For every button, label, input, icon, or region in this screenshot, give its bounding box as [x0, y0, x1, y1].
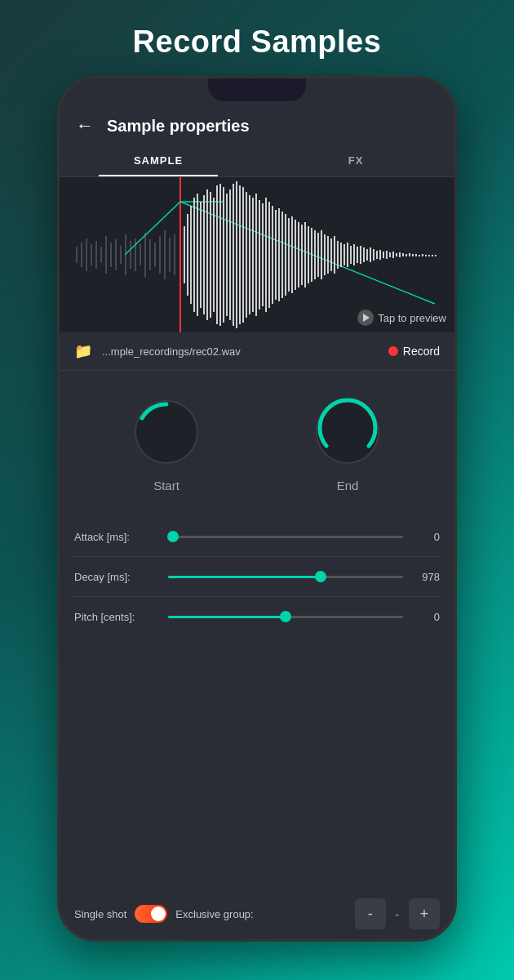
svg-rect-98: [415, 254, 417, 256]
svg-rect-38: [219, 184, 221, 326]
svg-rect-64: [304, 222, 306, 287]
svg-rect-72: [330, 238, 332, 271]
svg-rect-31: [197, 194, 198, 316]
svg-rect-23: [159, 236, 161, 274]
svg-rect-67: [314, 230, 316, 279]
single-shot-toggle[interactable]: [135, 905, 167, 923]
svg-rect-51: [262, 203, 264, 306]
end-knob[interactable]: [311, 395, 384, 469]
svg-rect-97: [412, 254, 414, 256]
decay-value: 978: [411, 571, 440, 583]
svg-rect-37: [216, 185, 218, 324]
svg-rect-90: [389, 252, 391, 257]
svg-rect-28: [187, 214, 188, 296]
svg-rect-102: [428, 255, 430, 256]
svg-rect-69: [321, 230, 322, 279]
svg-rect-42: [233, 184, 234, 326]
svg-rect-83: [366, 249, 368, 261]
svg-rect-86: [376, 251, 378, 259]
plus-button[interactable]: +: [409, 898, 440, 929]
svg-rect-61: [295, 220, 296, 290]
svg-rect-53: [268, 202, 270, 308]
svg-rect-101: [425, 255, 427, 256]
svg-rect-44: [239, 185, 241, 324]
svg-rect-75: [340, 243, 342, 267]
pitch-slider-row: Pitch [cents]: 0: [74, 597, 440, 636]
svg-rect-73: [334, 236, 335, 274]
folder-icon[interactable]: 📁: [74, 342, 92, 360]
svg-rect-26: [174, 234, 175, 275]
svg-rect-20: [144, 233, 146, 277]
svg-rect-32: [200, 202, 202, 308]
svg-rect-87: [379, 250, 381, 260]
file-row: 📁 ...mple_recordings/rec02.wav Record: [60, 332, 454, 371]
svg-rect-57: [281, 212, 283, 298]
svg-rect-36: [213, 198, 215, 312]
svg-rect-50: [259, 200, 260, 310]
svg-rect-70: [324, 234, 326, 275]
svg-rect-79: [353, 244, 355, 265]
svg-rect-34: [206, 189, 208, 320]
record-button[interactable]: Record: [388, 345, 440, 358]
phone-notch: [208, 78, 306, 101]
svg-rect-24: [164, 230, 166, 279]
attack-slider[interactable]: [168, 528, 403, 545]
attack-slider-row: Attack [ms]: 0: [74, 517, 440, 557]
svg-rect-48: [252, 198, 254, 312]
svg-rect-81: [360, 246, 361, 264]
svg-rect-8: [86, 238, 87, 271]
svg-rect-55: [275, 210, 277, 300]
end-knob-wrapper: End: [311, 395, 384, 492]
svg-point-105: [135, 401, 197, 463]
svg-rect-71: [327, 236, 329, 274]
svg-rect-103: [432, 255, 433, 256]
tabs-bar: SAMPLE FX: [60, 145, 454, 177]
svg-rect-58: [285, 214, 286, 296]
svg-rect-29: [190, 206, 192, 304]
svg-rect-35: [210, 192, 211, 318]
end-knob-label: End: [337, 479, 359, 492]
tab-sample[interactable]: SAMPLE: [60, 145, 257, 176]
svg-rect-25: [169, 238, 171, 272]
pitch-slider[interactable]: [168, 608, 403, 625]
phone-screen: ← Sample properties SAMPLE FX: [60, 78, 454, 939]
sliders-area: Attack [ms]: 0 Decay [ms]:: [60, 509, 454, 644]
svg-rect-78: [350, 246, 352, 264]
start-knob[interactable]: [130, 395, 203, 469]
page-title: Record Samples: [133, 24, 382, 60]
decay-label: Decay [ms]:: [74, 571, 160, 583]
svg-rect-7: [81, 243, 82, 267]
svg-rect-104: [435, 255, 436, 256]
waveform-container[interactable]: Tap to preview: [60, 177, 454, 332]
svg-rect-18: [135, 238, 136, 271]
record-dot-icon: [388, 346, 398, 356]
record-label: Record: [403, 345, 440, 358]
svg-rect-56: [278, 208, 280, 301]
svg-rect-40: [226, 194, 228, 316]
single-shot-label: Single shot: [74, 908, 126, 920]
group-value: -: [396, 908, 399, 920]
svg-rect-6: [76, 247, 78, 263]
svg-rect-27: [184, 226, 185, 283]
svg-rect-39: [223, 187, 224, 323]
back-button[interactable]: ←: [76, 115, 94, 136]
tap-preview[interactable]: Tap to preview: [357, 310, 446, 326]
minus-button[interactable]: -: [355, 898, 386, 929]
tab-fx[interactable]: FX: [257, 145, 454, 176]
svg-rect-93: [399, 252, 401, 257]
svg-rect-54: [272, 206, 273, 304]
svg-rect-14: [115, 239, 117, 270]
svg-rect-10: [95, 241, 97, 269]
decay-slider[interactable]: [168, 568, 403, 585]
pitch-label: Pitch [cents]:: [74, 611, 160, 623]
svg-rect-46: [246, 192, 247, 318]
play-icon: [357, 310, 374, 326]
svg-rect-52: [265, 198, 267, 312]
svg-rect-16: [125, 234, 126, 275]
svg-rect-62: [298, 222, 299, 287]
svg-rect-60: [291, 216, 293, 293]
svg-rect-84: [370, 247, 371, 262]
svg-rect-66: [311, 228, 312, 282]
svg-rect-22: [154, 243, 156, 267]
svg-rect-12: [105, 236, 107, 274]
